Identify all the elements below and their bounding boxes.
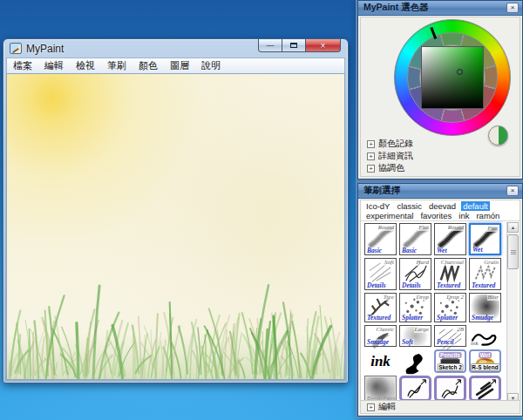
sv-marker-icon[interactable] bbox=[457, 69, 463, 75]
tab-classic[interactable]: classic bbox=[395, 201, 424, 211]
mypaint-app-icon bbox=[10, 43, 22, 54]
expander-harmonies[interactable]: +協調色 bbox=[361, 162, 520, 174]
brush-cell-hard-details[interactable]: HardDetails bbox=[399, 258, 431, 290]
brush-cell-hatch-bold[interactable] bbox=[469, 376, 501, 402]
tab-tanda[interactable]: tanda bbox=[364, 220, 389, 221]
tab-ink[interactable]: ink bbox=[457, 211, 471, 220]
brush-cell-large-soft[interactable]: LargeSoft bbox=[399, 325, 431, 347]
brush-top-label: Blur bbox=[487, 294, 499, 301]
maximize-button[interactable] bbox=[282, 39, 306, 52]
menu-bar: 檔案編輯檢視筆刷顏色圖層說明 bbox=[6, 58, 345, 74]
expander-label: 顏色記錄 bbox=[378, 138, 413, 150]
brush-cell-blur-smudge[interactable]: BlurSmudge bbox=[469, 293, 501, 322]
brush-cell-blend-paint[interactable]: Blend+Paint bbox=[364, 376, 397, 402]
brush-top-label: Flat bbox=[418, 224, 430, 231]
menu-item-layer[interactable]: 圖層 bbox=[164, 58, 195, 74]
brush-bottom-label: Basic bbox=[366, 247, 383, 254]
brush-cell-pencils-sketch-2[interactable]: PencilsSketch 2 bbox=[434, 349, 466, 373]
swan-preview bbox=[400, 350, 431, 377]
brush-bottom-label: Textured bbox=[436, 282, 461, 289]
brush-bottom-label: ink bbox=[470, 340, 479, 347]
color-panel-titlebar[interactable]: MyPaint 選色器 × bbox=[358, 1, 522, 16]
brush-cell-round-basic[interactable]: RoundBasic bbox=[364, 223, 397, 255]
brush-cell-soft-details[interactable]: SoftDetails bbox=[364, 258, 397, 290]
brush-cell-charcoal-textured[interactable]: CharcoalTextured bbox=[434, 258, 466, 290]
desktop: MyPaint — × 檔案編輯檢視筆刷顏色圖層說明 MyPaint 選色器 × bbox=[0, 0, 523, 420]
brush-bottom-label: Textured bbox=[366, 315, 391, 322]
brush-cell-ink[interactable]: ink bbox=[469, 325, 501, 347]
window-title: MyPaint bbox=[26, 43, 64, 55]
brush-cell-2b-pencil[interactable]: 2BPencil bbox=[434, 325, 466, 347]
color-panel-close-button[interactable]: × bbox=[506, 3, 519, 13]
edit-expander-label: 編輯 bbox=[378, 401, 396, 413]
maximize-icon bbox=[290, 43, 297, 48]
tab-default[interactable]: default bbox=[461, 201, 490, 211]
painting-canvas[interactable] bbox=[6, 74, 345, 380]
pen-1-preview bbox=[403, 379, 428, 402]
brush-cell-drop-2-splatter[interactable]: Drop 2Splatter bbox=[434, 293, 466, 322]
brush-panel: 筆刷選擇 × Ico-dYclassicdeevaddefaultexperim… bbox=[357, 183, 523, 417]
menu-item-brush[interactable]: 筆刷 bbox=[101, 58, 132, 74]
brush-bottom-label: Sketch 2 bbox=[437, 363, 464, 371]
brush-group-tabs: Ico-dYclassicdeevaddefaultexperimentalfa… bbox=[361, 200, 520, 221]
scrollbar-up-button[interactable]: ▲ bbox=[507, 222, 519, 233]
brush-cell-swan[interactable] bbox=[399, 349, 431, 373]
hatch-bold-preview bbox=[472, 379, 498, 402]
brush-top-label: Round bbox=[447, 224, 465, 231]
brush-cell-wet-r-s-blend[interactable]: WetR-S blend bbox=[469, 349, 501, 373]
brush-top-label: Drop 2 bbox=[445, 294, 465, 301]
brush-top-label: 2B bbox=[456, 326, 465, 333]
brush-bottom-label: Wet bbox=[436, 247, 448, 254]
brush-cell-flat-wet[interactable]: FlatWet bbox=[469, 223, 501, 255]
brush-top-label: Pencils bbox=[438, 352, 462, 358]
expander-details[interactable]: +詳細資訊 bbox=[361, 150, 520, 162]
brush-panel-close-button[interactable]: × bbox=[506, 186, 519, 196]
brush-cell-classic-smudge[interactable]: ClassicSmudge bbox=[364, 325, 397, 347]
expander-plus-icon[interactable]: + bbox=[367, 140, 375, 148]
brush-cell-flat-basic[interactable]: FlatBasic bbox=[399, 223, 431, 255]
brush-grid: RoundBasicFlatBasicRoundWetFlatWetSoftDe… bbox=[363, 222, 507, 403]
brush-bottom-label: R-S blend bbox=[470, 363, 499, 371]
pen-2-preview bbox=[438, 379, 463, 402]
brush-cell-pen-1[interactable] bbox=[399, 376, 431, 402]
brush-cell-ink-word[interactable]: ink bbox=[364, 349, 397, 373]
menu-item-help[interactable]: 說明 bbox=[195, 58, 227, 74]
close-button[interactable]: × bbox=[306, 39, 341, 52]
edit-expander[interactable]: + 編輯 bbox=[361, 400, 520, 413]
brush-bottom-label: Splatter bbox=[401, 315, 424, 322]
expander-plus-icon[interactable]: + bbox=[367, 165, 375, 173]
brush-top-label: Tree bbox=[383, 294, 395, 301]
brush-bottom-label: Soft bbox=[401, 339, 414, 346]
menu-item-edit[interactable]: 編輯 bbox=[38, 58, 70, 74]
menu-item-view[interactable]: 檢視 bbox=[70, 58, 101, 74]
tab-experimental[interactable]: experimental bbox=[364, 211, 415, 220]
menu-item-color[interactable]: 顏色 bbox=[132, 58, 164, 74]
brush-cell-grain-textured[interactable]: GrainTextured bbox=[469, 258, 501, 290]
color-panel-expanders: +顏色記錄+詳細資訊+協調色 bbox=[361, 138, 520, 174]
saturation-value-square[interactable] bbox=[421, 46, 484, 109]
expander-color-history[interactable]: +顏色記錄 bbox=[361, 138, 520, 150]
menu-item-file[interactable]: 檔案 bbox=[7, 58, 38, 74]
grass-underlay bbox=[7, 334, 344, 379]
scrollbar-track[interactable]: ▲ ▼ bbox=[506, 222, 518, 403]
color-picker-panel: MyPaint 選色器 × +顏色記錄+詳細資訊+協調色 bbox=[357, 0, 523, 180]
brush-bottom-label: Smudge bbox=[471, 315, 494, 322]
brush-panel-title: 筆刷選擇 bbox=[363, 185, 506, 197]
minimize-button[interactable]: — bbox=[258, 39, 282, 52]
brush-cell-tree-textured[interactable]: TreeTextured bbox=[364, 293, 397, 322]
expander-label: 協調色 bbox=[378, 162, 404, 174]
scrollbar-thumb[interactable] bbox=[507, 234, 519, 269]
brush-cell-pen-2[interactable] bbox=[434, 376, 466, 402]
brush-cell-round-wet[interactable]: RoundWet bbox=[434, 223, 466, 255]
tab-ram-n[interactable]: ramón bbox=[474, 211, 501, 220]
brush-cell-drop-splatter[interactable]: DropSplatter bbox=[399, 293, 431, 322]
brush-panel-titlebar[interactable]: 筆刷選擇 × bbox=[358, 184, 522, 199]
expander-plus-icon[interactable]: + bbox=[367, 403, 375, 411]
tab-deevad[interactable]: deevad bbox=[427, 201, 458, 211]
color-wheel[interactable] bbox=[361, 17, 520, 138]
expander-plus-icon[interactable]: + bbox=[367, 152, 375, 160]
brush-bottom-label: Pencil bbox=[436, 339, 455, 346]
brush-bottom-label: Textured bbox=[471, 282, 496, 289]
tab-ico-dy[interactable]: Ico-dY bbox=[364, 201, 391, 211]
tab-favorites[interactable]: favorites bbox=[418, 211, 453, 220]
